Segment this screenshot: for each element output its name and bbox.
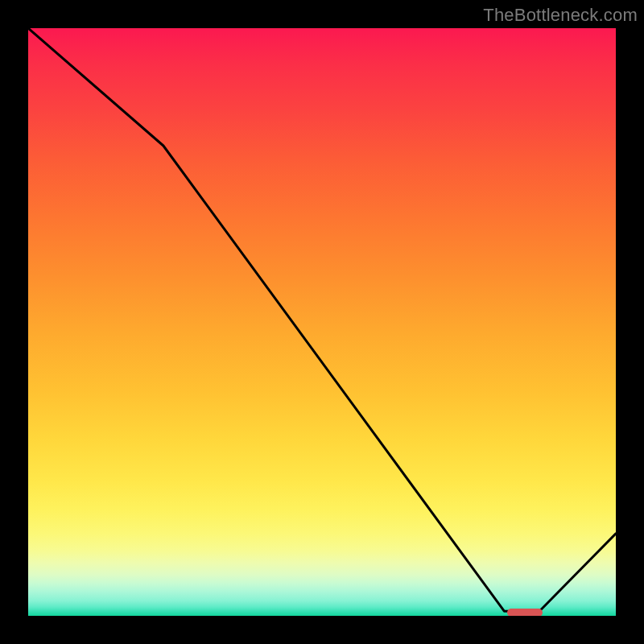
watermark-text: TheBottleneck.com [483,5,638,26]
plot-area [28,28,616,616]
optimal-range-marker [507,609,543,616]
bottleneck-line [28,28,616,616]
